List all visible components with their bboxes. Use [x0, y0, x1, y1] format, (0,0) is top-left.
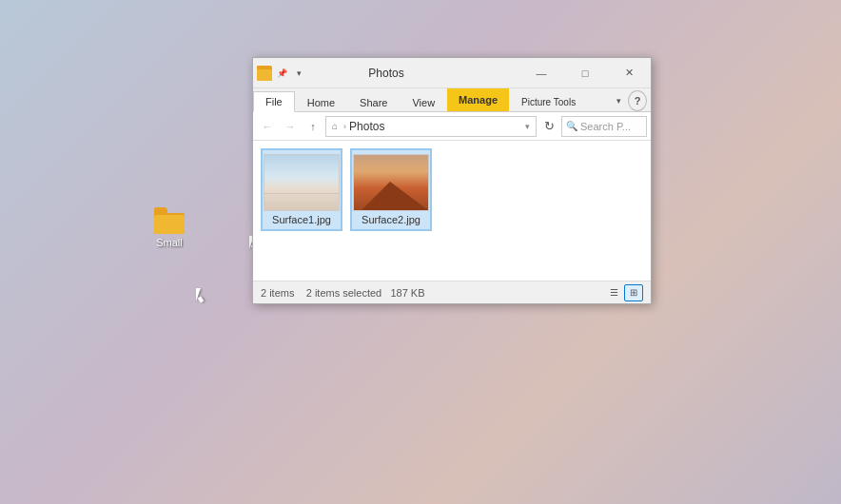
window-controls: — □ ✕	[519, 58, 651, 88]
title-bar: 📌 ▾ Photos — □ ✕	[253, 58, 651, 88]
thumbnail-image-surface2	[354, 155, 428, 210]
tab-home[interactable]: Home	[295, 91, 347, 112]
window-title: Photos	[253, 67, 519, 80]
file-area[interactable]: Surface1.jpg Surface2.jpg	[253, 141, 651, 281]
tab-file[interactable]: File	[253, 91, 295, 112]
maximize-button[interactable]: □	[563, 58, 607, 88]
search-box[interactable]: 🔍 Search P...	[561, 116, 647, 137]
ribbon-collapse-icon[interactable]: ▾	[609, 90, 628, 111]
forward-button[interactable]: →	[280, 116, 301, 137]
desktop: Small 📌 ▾ Photos — □ ✕	[0, 0, 841, 504]
file-label-surface1: Surface1.jpg	[272, 214, 331, 225]
large-icons-view-button[interactable]: ⊞	[624, 284, 643, 301]
file-label-surface2: Surface2.jpg	[362, 214, 420, 225]
file-thumbnail-surface1	[264, 154, 340, 211]
up-button[interactable]: ↑	[303, 116, 323, 137]
tab-picture-tools[interactable]: Picture Tools	[509, 91, 588, 112]
file-item-surface1[interactable]: Surface1.jpg	[261, 148, 342, 231]
ribbon: File Home Share View Manage Picture Tool…	[253, 88, 651, 112]
file-item-surface2[interactable]: Surface2.jpg	[350, 148, 432, 231]
address-path[interactable]: ⌂ › Photos ▾	[325, 116, 537, 137]
selected-count: 2 items selected	[306, 287, 381, 299]
file-thumbnail-surface2	[353, 154, 429, 211]
status-separator2	[384, 287, 387, 299]
path-home-icon: ⌂	[332, 121, 338, 131]
status-text: 2 items 2 items selected 187 KB	[261, 287, 604, 299]
tab-view[interactable]: View	[400, 91, 447, 112]
search-icon: 🔍	[566, 121, 577, 131]
help-button[interactable]: ?	[628, 90, 647, 111]
tab-manage[interactable]: Manage	[447, 88, 509, 111]
ribbon-tabs: File Home Share View Manage Picture Tool…	[253, 88, 651, 111]
view-buttons: ☰ ⊞	[604, 284, 643, 301]
status-separator	[298, 287, 303, 299]
search-placeholder: Search P...	[580, 121, 631, 132]
tab-share[interactable]: Share	[347, 91, 400, 112]
address-bar: ← → ↑ ⌂ › Photos ▾ ↻ 🔍 Search P...	[253, 112, 651, 141]
minimize-button[interactable]: —	[519, 58, 563, 88]
thumbnail-image-surface1	[264, 155, 339, 210]
path-folder-name: Photos	[349, 120, 384, 133]
refresh-button[interactable]: ↻	[538, 116, 559, 137]
path-dropdown-icon[interactable]: ▾	[525, 122, 530, 131]
file-size: 187 KB	[390, 287, 424, 299]
ribbon-extras: ▾ ?	[609, 90, 651, 111]
details-view-button[interactable]: ☰	[604, 284, 623, 301]
cursor-2	[196, 288, 207, 305]
path-chevron-icon: ›	[343, 122, 346, 131]
folder-icon	[154, 207, 185, 234]
status-bar: 2 items 2 items selected 187 KB ☰ ⊞	[253, 281, 651, 303]
back-button[interactable]: ←	[257, 116, 278, 137]
folder-label: Small	[156, 237, 183, 248]
title-folder-icon	[257, 66, 272, 81]
item-count: 2 items	[261, 287, 294, 299]
close-button[interactable]: ✕	[607, 58, 651, 88]
explorer-window: 📌 ▾ Photos — □ ✕ File Home Share	[252, 57, 652, 304]
desktop-folder-icon[interactable]: Small	[141, 207, 198, 248]
